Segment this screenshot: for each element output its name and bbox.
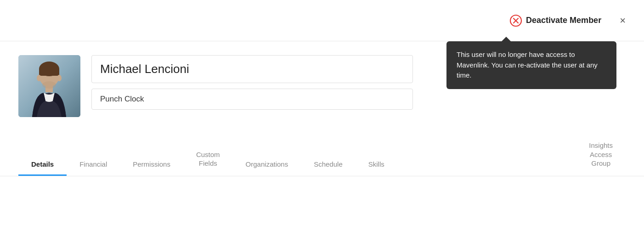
- tabs-section: Details Financial Permissions Custom Fie…: [0, 135, 644, 176]
- tab-custom-fields[interactable]: Custom Fields: [183, 145, 233, 176]
- deactivate-icon: [509, 14, 522, 27]
- user-role-input[interactable]: [91, 89, 413, 110]
- close-button[interactable]: ×: [620, 16, 626, 26]
- tab-schedule[interactable]: Schedule: [301, 155, 356, 176]
- tab-financial[interactable]: Financial: [67, 155, 120, 176]
- tooltip-text: This user will no longer have access to …: [457, 51, 598, 79]
- avatar: [18, 55, 80, 117]
- avatar-svg: [18, 55, 80, 117]
- profile-info: [91, 55, 413, 110]
- top-bar: Deactivate Member ×: [0, 0, 644, 41]
- tab-skills[interactable]: Skills: [356, 155, 397, 176]
- tab-organizations[interactable]: Organizations: [233, 155, 301, 176]
- tab-insights-access-group[interactable]: Insights Access Group: [576, 135, 626, 176]
- avatar-image: [18, 55, 80, 117]
- user-name-input[interactable]: [91, 55, 413, 83]
- deactivate-label: Deactivate Member: [526, 16, 601, 25]
- svg-point-10: [42, 81, 56, 89]
- deactivate-member-button[interactable]: Deactivate Member: [509, 14, 601, 27]
- tab-details[interactable]: Details: [18, 155, 67, 176]
- deactivate-tooltip: This user will no longer have access to …: [446, 41, 616, 89]
- svg-rect-6: [39, 69, 59, 76]
- svg-point-8: [37, 75, 41, 81]
- tab-permissions[interactable]: Permissions: [120, 155, 183, 176]
- svg-point-9: [57, 75, 62, 81]
